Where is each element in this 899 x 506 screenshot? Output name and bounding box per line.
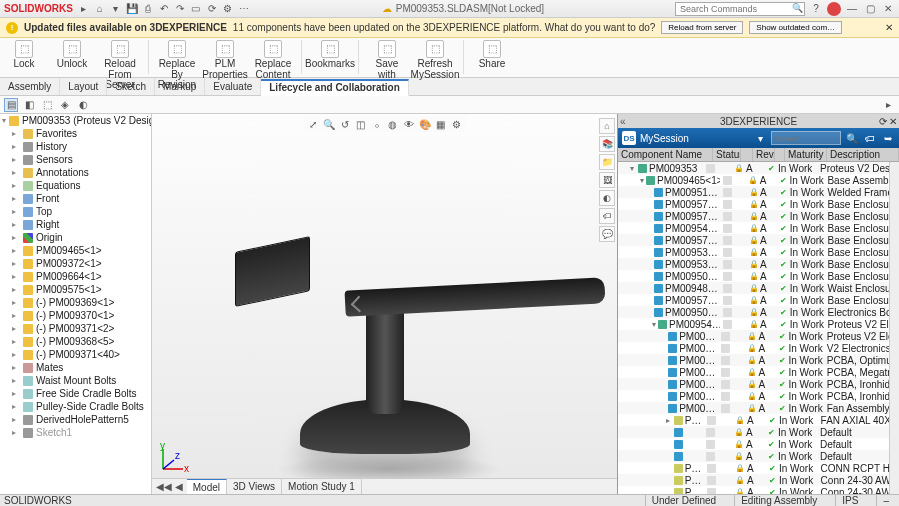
tree-node[interactable]: ▸Waist Mount Bolts [2, 374, 149, 387]
xp-row[interactable]: PM00…🔒A✔In WorkFan Assembly, Pr [618, 402, 889, 414]
xp-row[interactable]: ▸P…🔒A✔In WorkFAN AXIAL 40X10 [618, 414, 889, 426]
tree-node[interactable]: ▸PM009372<1> [2, 257, 149, 270]
xp-row[interactable]: PM00950…🔒A✔In WorkElectronics Box M [618, 306, 889, 318]
col-lock[interactable] [741, 148, 753, 161]
xp-row[interactable]: ▾PM009353🔒A✔In WorkProteus V2 Desig [618, 162, 889, 174]
tree-node[interactable]: ▸Favorites [2, 127, 149, 140]
tree-node[interactable]: ▸Top [2, 205, 149, 218]
xp-row[interactable]: PM00…🔒A✔In WorkPCBA, Megatron [618, 366, 889, 378]
ribbon-cmd-share[interactable]: ⬚Share [472, 40, 512, 70]
sw-resources-icon[interactable]: ⌂ [599, 118, 615, 134]
xp-row[interactable]: PM00953…🔒A✔In WorkBase Enclosure, L [618, 258, 889, 270]
tab-sketch[interactable]: Sketch [107, 78, 155, 95]
orientation-triad[interactable]: x y z [158, 444, 188, 476]
rebuild-icon[interactable]: ⟳ [205, 2, 219, 16]
col-status2[interactable] [775, 148, 785, 161]
tab-assembly[interactable]: Assembly [0, 78, 60, 95]
print-icon[interactable]: ⎙ [141, 2, 155, 16]
search-commands-input[interactable] [675, 2, 805, 16]
file-explorer-icon[interactable]: 📁 [599, 154, 615, 170]
xp-row[interactable]: P…🔒A✔In WorkConn 24-30 AWG [618, 474, 889, 486]
tabs-nav-left[interactable]: ◀◀ ◀ [152, 481, 187, 492]
config-manager-tab-icon[interactable]: ⬚ [40, 98, 54, 112]
redo-icon[interactable]: ↷ [173, 2, 187, 16]
tree-node[interactable]: ▸(-) PM009369<1> [2, 296, 149, 309]
home-icon[interactable]: ⌂ [93, 2, 107, 16]
col-status[interactable]: Status [713, 148, 741, 161]
xp-row[interactable]: 🔒A✔In WorkDefault [618, 438, 889, 450]
ribbon-cmd-bookmarks[interactable]: ⬚Bookmarks [310, 40, 350, 70]
feature-tree-tab-icon[interactable]: ▤ [4, 98, 18, 112]
hide-show-icon[interactable]: 👁 [402, 117, 416, 131]
tree-root[interactable]: ▾ PM009353 (Proteus V2 Design) <Full Sys… [2, 114, 149, 127]
custom-props-icon[interactable]: 🏷 [599, 208, 615, 224]
xp-row[interactable]: PM00948…🔒A✔In WorkWaist Enclosure, F [618, 282, 889, 294]
ribbon-cmd-refresh[interactable]: ⬚RefreshMySession [415, 40, 455, 80]
xp-row[interactable]: PM00957…🔒A✔In WorkBase Enclosure, T [618, 210, 889, 222]
xp-row[interactable]: PM00953…🔒A✔In WorkBase Enclosure, L [618, 246, 889, 258]
xp-share-icon[interactable]: ➥ [881, 131, 895, 145]
ribbon-cmd-lock[interactable]: ⬚Lock [4, 40, 44, 70]
property-manager-tab-icon[interactable]: ◧ [22, 98, 36, 112]
tree-node[interactable]: ▸Equations [2, 179, 149, 192]
tree-node[interactable]: ▸PM009575<1> [2, 283, 149, 296]
tree-node[interactable]: ▸Annotations [2, 166, 149, 179]
view-tab-3d-views[interactable]: 3D Views [227, 479, 282, 494]
xp-row[interactable]: PM00…🔒A✔In WorkPCBA, Ironhide [618, 378, 889, 390]
tree-node[interactable]: ▸Pulley-Side Cradle Bolts [2, 400, 149, 413]
tree-node[interactable]: ▸Origin [2, 231, 149, 244]
tree-node[interactable]: ▸(-) PM009371<40> [2, 348, 149, 361]
close-button[interactable]: ✕ [881, 2, 895, 16]
scene-icon[interactable]: ▦ [434, 117, 448, 131]
xp-row[interactable]: P…🔒A✔In WorkCONN RCPT HSG [618, 462, 889, 474]
xp-row[interactable]: PM00…🔒A✔In WorkV2 Electronics Bo [618, 342, 889, 354]
options-icon[interactable]: ⚙ [221, 2, 235, 16]
maximize-button[interactable]: ▢ [863, 2, 877, 16]
ribbon-cmd-plm[interactable]: ⬚PLMProperties [205, 40, 245, 80]
xp-row[interactable]: PM00…🔒A✔In WorkPCBA, Optimus P [618, 354, 889, 366]
xp-row[interactable]: PM00…🔒A✔In WorkPCBA, Ironhide [618, 390, 889, 402]
xp-row[interactable]: 🔒A✔In WorkDefault [618, 426, 889, 438]
xp-scrollbar[interactable] [889, 162, 899, 494]
xp-row[interactable]: PM00957…🔒A✔In WorkBase Enclosure, F [618, 198, 889, 210]
user-avatar-icon[interactable] [827, 2, 841, 16]
view-orient-icon[interactable]: ⬦ [370, 117, 384, 131]
tree-node[interactable]: ▸DerivedHolePattern5 [2, 413, 149, 426]
section-view-icon[interactable]: ◫ [354, 117, 368, 131]
col-maturity[interactable]: Maturity State [785, 148, 827, 161]
xp-row[interactable]: ▾PM00954…🔒A✔In WorkProteus V2 Electr [618, 318, 889, 330]
zoom-area-icon[interactable]: 🔍 [322, 117, 336, 131]
undo-icon[interactable]: ↶ [157, 2, 171, 16]
save-icon[interactable]: 💾 [125, 2, 139, 16]
open-dropdown-icon[interactable]: ▾ [109, 2, 123, 16]
xp-row[interactable]: PM00…🔒A✔In WorkProteus V2 Electr [618, 330, 889, 342]
tree-node[interactable]: ▸PM009465<1> [2, 244, 149, 257]
xp-close-icon[interactable]: ✕ [889, 116, 897, 127]
xp-row[interactable]: PM00950…🔒A✔In WorkBase Enclosure, F [618, 270, 889, 282]
select-icon[interactable]: ▭ [189, 2, 203, 16]
forum-icon[interactable]: 💬 [599, 226, 615, 242]
status-units[interactable]: IPS [835, 495, 864, 506]
status-more[interactable]: – [876, 495, 895, 506]
tree-node[interactable]: ▸(-) PM009370<1> [2, 309, 149, 322]
tree-node[interactable]: ▸Sketch1 [2, 426, 149, 439]
notif-close-icon[interactable]: ✕ [885, 22, 893, 33]
tree-node[interactable]: ▸Right [2, 218, 149, 231]
xp-row[interactable]: ▾PM009465<1>🔒A✔In WorkBase Assembly V [618, 174, 889, 186]
ribbon-cmd-replace[interactable]: ⬚ReplaceContent [253, 40, 293, 80]
view-tab-motion-study-1[interactable]: Motion Study 1 [282, 479, 362, 494]
show-outdated-button[interactable]: Show outdated com… [749, 21, 842, 34]
tree-node[interactable]: ▸PM009664<1> [2, 270, 149, 283]
xp-row[interactable]: P…🔒A✔In WorkConn 24-30 AWG [618, 486, 889, 494]
zoom-fit-icon[interactable]: ⤢ [306, 117, 320, 131]
tab-lifecycle-and-collaboration[interactable]: Lifecycle and Collaboration [261, 79, 409, 96]
col-rev[interactable]: Rev. [753, 148, 775, 161]
tree-node[interactable]: ▸Free Side Cradle Bolts [2, 387, 149, 400]
view-tab-model[interactable]: Model [187, 479, 227, 494]
design-library-icon[interactable]: 📚 [599, 136, 615, 152]
view-settings-icon[interactable]: ⚙ [450, 117, 464, 131]
reload-from-server-button[interactable]: Reload from server [661, 21, 743, 34]
col-description[interactable]: Description [827, 148, 899, 161]
xp-row-container[interactable]: ▾PM009353🔒A✔In WorkProteus V2 Desig▾PM00… [618, 162, 889, 494]
minimize-button[interactable]: — [845, 2, 859, 16]
